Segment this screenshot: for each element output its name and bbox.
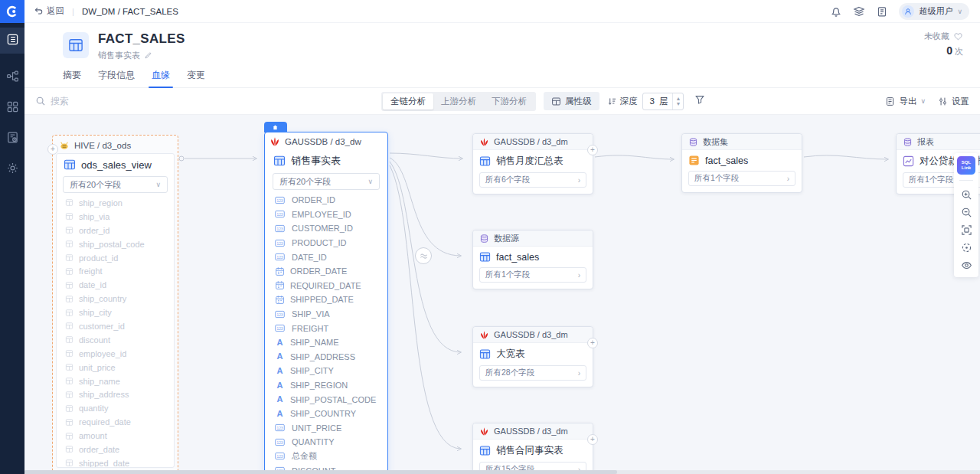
search-input[interactable] <box>51 96 142 106</box>
expand-fields-button[interactable]: 所有28个字段› <box>479 365 586 381</box>
stepper-down-icon[interactable]: ▼ <box>675 101 681 106</box>
field-row[interactable]: SHIPPED_DATE <box>266 293 386 307</box>
field-row[interactable]: product_id <box>57 251 174 265</box>
field-row[interactable]: 123CUSTOMER_ID <box>266 221 386 236</box>
field-row[interactable]: 123UNIT_PRICE <box>266 421 386 436</box>
zoom-out-button[interactable] <box>957 204 975 221</box>
edit-pencil-icon[interactable] <box>144 51 152 60</box>
scrollbar-thumb[interactable] <box>24 470 617 474</box>
attribute-level-button[interactable]: 属性级 <box>544 92 599 110</box>
field-row[interactable]: ASHIP_ADDRESS <box>266 350 386 364</box>
lineage-node-datasource[interactable]: 数据源fact_sales所有1个字段› <box>472 230 593 289</box>
expand-downstream-button[interactable]: + <box>587 338 598 348</box>
segment-上游分析[interactable]: 上游分析 <box>433 93 484 110</box>
tab-摘要[interactable]: 摘要 <box>63 69 81 87</box>
depth-stepper[interactable]: 3 层 ▲▼ <box>642 93 684 110</box>
etl-transform-badge[interactable] <box>415 247 432 264</box>
field-row[interactable]: ORDER_DATE <box>266 264 386 279</box>
settings-button[interactable]: 设置 <box>938 96 969 107</box>
stepper-up-icon[interactable]: ▲ <box>675 96 681 101</box>
fields-dropdown[interactable]: 所有20个字段 ∨ <box>273 173 380 190</box>
field-row[interactable]: ship_via <box>57 210 174 224</box>
field-row[interactable]: customer_id <box>57 319 174 333</box>
lineage-canvas[interactable]: HIVE / d3_ods ods_sales_view 所有20个字段 ∨ s… <box>24 115 980 474</box>
node-table-row[interactable]: fact_sales <box>473 247 593 266</box>
tab-血缘[interactable]: 血缘 <box>152 69 170 87</box>
field-row[interactable]: 123ORDER_ID <box>266 193 386 208</box>
expand-fields-button[interactable]: 所有6个字段› <box>479 172 586 188</box>
field-row[interactable]: ship_postal_code <box>57 237 174 251</box>
field-row[interactable]: 123DATE_ID <box>266 250 386 264</box>
user-menu[interactable]: 超级用户 ∨ <box>899 3 969 20</box>
lineage-node-hive-ods[interactable]: HIVE / d3_ods ods_sales_view 所有20个字段 ∨ s… <box>52 135 178 473</box>
search-box[interactable] <box>35 96 142 106</box>
filter-button[interactable] <box>694 94 705 108</box>
field-row[interactable]: 123SHIP_VIA <box>266 307 386 322</box>
breadcrumb[interactable]: DW_DM / FACT_SALES <box>82 7 178 16</box>
segment-全链分析[interactable]: 全链分析 <box>383 93 433 110</box>
expand-upstream-button[interactable]: + <box>47 144 58 155</box>
sidebar-item-settings-gear[interactable] <box>0 156 24 182</box>
field-row[interactable]: order_date <box>57 443 174 456</box>
field-row[interactable]: shipped_date <box>57 456 174 468</box>
field-row[interactable]: 123FREIGHT <box>266 321 386 335</box>
expand-downstream-button[interactable]: + <box>587 145 598 155</box>
segment-下游分析[interactable]: 下游分析 <box>484 93 534 110</box>
field-row[interactable]: ship_address <box>57 387 174 401</box>
node-table-row[interactable]: 销售事实表 <box>266 149 386 171</box>
sidebar-item-lineage[interactable] <box>0 64 24 90</box>
field-row[interactable]: quantity <box>57 401 174 415</box>
field-row[interactable]: 123总金额 <box>266 449 386 464</box>
heart-icon[interactable] <box>953 31 963 41</box>
field-row[interactable]: order_id <box>57 224 174 237</box>
field-row[interactable]: ASHIP_NAME <box>266 335 386 350</box>
sql-link-button[interactable]: SQLLink <box>957 156 975 175</box>
lineage-node-dm-contract[interactable]: GAUSSDB / d3_dm销售合同事实表所有15个字段›+ <box>472 423 593 474</box>
node-table-row[interactable]: 销售月度汇总表 <box>473 150 593 171</box>
app-logo[interactable] <box>0 0 24 23</box>
field-row[interactable]: freight <box>57 264 174 278</box>
expand-fields-button[interactable]: 所有1个字段› <box>688 171 795 186</box>
field-row[interactable]: discount <box>57 333 174 347</box>
horizontal-scrollbar[interactable] <box>24 470 980 474</box>
field-row[interactable]: 123PRODUCT_ID <box>266 236 386 250</box>
field-row[interactable]: ship_name <box>57 374 174 388</box>
lineage-node-dw-fact[interactable]: GAUSSDB / d3_dw 销售事实表 所有20个字段 ∨ 123ORDER… <box>264 132 388 474</box>
node-table-row[interactable]: ods_sales_view <box>57 154 174 174</box>
back-button[interactable]: 返回 <box>34 5 64 17</box>
tab-变更[interactable]: 变更 <box>187 69 205 87</box>
sidebar-item-catalog[interactable] <box>0 28 24 54</box>
tab-字段信息[interactable]: 字段信息 <box>98 69 135 87</box>
field-row[interactable]: ship_country <box>57 292 174 306</box>
field-row[interactable]: ASHIP_REGION <box>266 378 386 393</box>
field-row[interactable]: ship_city <box>57 306 174 319</box>
field-row[interactable]: ship_region <box>57 196 174 210</box>
node-table-row[interactable]: 销售合同事实表 <box>473 440 593 460</box>
field-row[interactable]: ASHIP_POSTAL_CODE <box>266 392 386 407</box>
reset-view-button[interactable] <box>957 239 975 257</box>
tasks-button[interactable] <box>876 5 888 18</box>
fields-dropdown[interactable]: 所有20个字段 ∨ <box>63 176 168 193</box>
zoom-in-button[interactable] <box>957 186 975 204</box>
sidebar-item-apps[interactable] <box>0 95 24 121</box>
node-table-row[interactable]: fact_sales <box>682 150 802 169</box>
expand-fields-button[interactable]: 所有1个字段› <box>479 267 586 283</box>
field-row[interactable]: employee_id <box>57 347 174 361</box>
fit-view-button[interactable] <box>957 221 975 239</box>
field-row[interactable]: unit_price <box>57 361 174 374</box>
export-button[interactable]: 导出 ∨ <box>885 96 926 107</box>
node-table-row[interactable]: 大宽表 <box>473 343 593 364</box>
field-row[interactable]: 123EMPLOYEE_ID <box>266 208 386 222</box>
depth-stepper-arrows[interactable]: ▲▼ <box>672 93 683 110</box>
notifications-button[interactable] <box>830 5 842 18</box>
sidebar-item-report-doc[interactable] <box>0 126 24 152</box>
field-row[interactable]: required_date <box>57 415 174 429</box>
lineage-node-dm-monthly[interactable]: GAUSSDB / d3_dm销售月度汇总表所有6个字段›+ <box>472 133 593 195</box>
field-row[interactable]: 123QUANTITY <box>266 435 386 449</box>
eye-button[interactable] <box>957 257 975 274</box>
field-row[interactable]: ASHIP_COUNTRY <box>266 407 386 421</box>
field-row[interactable]: date_id <box>57 278 174 292</box>
lineage-node-dataset[interactable]: 数据集fact_sales所有1个字段› <box>681 133 802 193</box>
field-row[interactable]: REQUIRED_DATE <box>266 279 386 293</box>
lineage-node-dm-wide[interactable]: GAUSSDB / d3_dm大宽表所有28个字段›+ <box>472 326 593 387</box>
